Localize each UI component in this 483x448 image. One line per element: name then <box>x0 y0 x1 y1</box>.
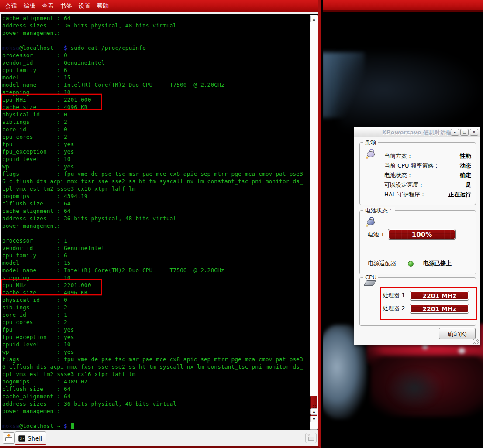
terminal-screen[interactable]: cache_alignment : 64address sizes : 36 b… <box>0 12 318 430</box>
terminal-text-segment: $ <box>64 423 67 429</box>
terminal-text-segment: fpu : yes <box>2 326 74 333</box>
terminal-line <box>2 37 310 44</box>
terminal-text-segment: processor : 1 <box>2 237 67 244</box>
terminal-text-segment: moksa <box>2 423 19 429</box>
dialog-title: KPowersave 信息对话框 <box>382 129 452 136</box>
battery-plug-icon: 〃 <box>364 218 376 227</box>
tab-shell[interactable]: $> Shell <box>15 431 46 445</box>
terminal-text-segment: wp : yes <box>2 349 74 355</box>
terminal-text-segment: cpu family : 6 <box>2 67 67 73</box>
terminal-text-segment: bogomips : 4389.02 <box>2 378 88 385</box>
terminal-text-segment: address sizes : 36 bits physical, 48 bit… <box>2 22 176 29</box>
terminal-line: siblings : 2 <box>2 118 310 126</box>
terminal-text-segment <box>2 230 6 236</box>
terminal-line: core id : 0 <box>2 126 310 133</box>
adapter-row: 电源适配器 电源已接上 <box>364 260 452 267</box>
terminal-line: address sizes : 36 bits physical, 48 bit… <box>2 215 310 222</box>
scrollbar-thumb[interactable] <box>310 396 317 418</box>
terminal-text-segment: power management: <box>2 30 60 36</box>
new-session-window-icon <box>5 437 12 441</box>
terminal-text-segment: model : 15 <box>2 260 71 266</box>
close-button[interactable]: ✕ <box>470 129 478 136</box>
detach-session-button[interactable]: ✕ <box>305 433 317 443</box>
terminal-text-segment: cpl vmx est tm2 ssse3 cx16 xtpr lahf_lm <box>2 371 135 377</box>
battery-progress-bar: 100% <box>388 229 456 240</box>
terminal-line: cache_alignment : 64 <box>2 14 310 22</box>
minimize-button[interactable]: – <box>451 129 459 136</box>
terminal-text-segment: core id : 0 <box>2 126 67 133</box>
misc-row-value: 确定 <box>460 171 471 179</box>
resize-grip[interactable] <box>473 339 479 344</box>
battery-label: 电池 1 <box>364 231 384 239</box>
terminal-line: moksa@localhost ~ $ sudo cat /proc/cpuin… <box>2 44 310 51</box>
terminal-text-segment: address sizes : 36 bits physical, 48 bit… <box>2 400 176 407</box>
terminal-text-segment: model name : Intel(R) Core(TM)2 Duo CPU … <box>2 82 224 88</box>
terminal-line: physical id : 0 <box>2 111 310 118</box>
battery-groupbox: 电池状态： 〃 电池 1 100% 电源适配器 电源已接上 <box>359 210 476 274</box>
shell-terminal-icon: $> <box>18 435 25 442</box>
terminal-text-segment: cpl vmx est tm2 ssse3 cx16 xtpr lahf_lm <box>2 185 135 192</box>
menu-item[interactable]: 帮助 <box>97 2 109 10</box>
terminal-text-segment: bogomips : 4394.19 <box>2 193 88 199</box>
detach-window-icon <box>308 437 314 441</box>
misc-row-value: 是 <box>466 181 471 189</box>
terminal-line: processor : 1 <box>2 237 310 244</box>
terminal-line: power management: <box>2 407 310 415</box>
dialog-titlebar[interactable]: KPowersave 信息对话框 – □ ✕ <box>354 127 480 137</box>
terminal-text-segment: $ <box>64 44 67 51</box>
misc-row: 可以设定亮度： 是 <box>384 180 471 190</box>
terminal-line: cpl vmx est tm2 ssse3 cx16 xtpr lahf_lm <box>2 185 310 192</box>
terminal-text-segment <box>2 37 6 44</box>
plug-prongs: 〃 <box>365 155 369 161</box>
terminal-line: fpu : yes <box>2 140 310 148</box>
terminal-text-segment: wp : yes <box>2 163 74 170</box>
terminal-line: power management: <box>2 29 310 37</box>
dialog-window-buttons: – □ ✕ <box>451 129 478 136</box>
scroll-down-icon[interactable]: ▼ <box>310 416 317 422</box>
terminal-line: processor : 0 <box>2 51 310 59</box>
terminal-text-segment: clflush size : 64 <box>2 200 71 207</box>
terminal-text-segment: flags : fpu vme de pse tsc msr pae mce c… <box>2 171 303 177</box>
new-session-button[interactable]: ✦ <box>3 432 15 444</box>
ok-button[interactable]: 确定(K) <box>439 328 476 339</box>
misc-groupbox: 杂项 〃 当前方案： 性能 当前 CPU 频率策略： 动态 <box>359 142 476 205</box>
terminal-line: model : 15 <box>2 259 310 267</box>
konsole-window: 会话编辑查看书签设置帮助 cache_alignment : 64address… <box>0 0 321 448</box>
menu-item[interactable]: 编辑 <box>24 2 36 10</box>
misc-row-label: 当前 CPU 频率策略： <box>384 162 439 170</box>
terminal-line: power management: <box>2 222 310 229</box>
kpowersave-dialog: KPowersave 信息对话框 – □ ✕ 杂项 〃 当前方案： 性能 <box>354 127 480 345</box>
terminal-text-segment: @localhost ~ <box>19 423 64 429</box>
terminal-line: cache_alignment : 64 <box>2 207 310 215</box>
menu-bar: 会话编辑查看书签设置帮助 <box>0 0 318 12</box>
terminal-text-segment: moksa <box>2 44 19 51</box>
menu-item[interactable]: 书签 <box>60 2 72 10</box>
misc-row-label: 电池状态： <box>384 171 413 179</box>
adapter-green-led-icon <box>408 261 414 267</box>
terminal-line: address sizes : 36 bits physical, 48 bit… <box>2 400 310 407</box>
menu-item[interactable]: 查看 <box>42 2 54 10</box>
terminal-text-segment: sudo cat /proc/cpuinfo <box>67 44 146 51</box>
menu-item[interactable]: 会话 <box>5 2 17 10</box>
maximize-button[interactable]: □ <box>460 129 469 136</box>
terminal-text-segment: 6 clflush dts acpi mmx fxsr sse sse2 ss … <box>2 178 303 185</box>
terminal-scrollbar[interactable]: ▲ ▲ ▼ <box>310 15 318 430</box>
misc-row-label: 可以设定亮度： <box>384 181 424 189</box>
terminal-text-segment: model : 15 <box>2 74 71 81</box>
misc-row-value: 动态 <box>460 162 471 170</box>
terminal-text-segment: model name : Intel(R) Core(TM)2 Duo CPU … <box>2 267 224 274</box>
desktop-top-red-bar <box>323 0 483 12</box>
terminal-line: vendor_id : GenuineIntel <box>2 244 310 252</box>
terminal-line: cpuid level : 10 <box>2 341 310 348</box>
terminal-text-segment: power management: <box>2 408 60 414</box>
terminal-text-segment: vendor_id : GenuineIntel <box>2 59 105 66</box>
terminal-line: fpu_exception : yes <box>2 333 310 341</box>
tab-shell-label: Shell <box>28 435 42 442</box>
misc-row-value: 正在运行 <box>448 191 471 198</box>
menu-item[interactable]: 设置 <box>79 2 91 10</box>
scroll-up-icon-bottom[interactable]: ▲ <box>310 408 317 415</box>
terminal-line: clflush size : 64 <box>2 200 310 207</box>
terminal-text-segment: cache_alignment : 64 <box>2 15 71 21</box>
cpu-highlight-box <box>380 287 477 320</box>
scroll-up-icon[interactable]: ▲ <box>310 16 317 22</box>
